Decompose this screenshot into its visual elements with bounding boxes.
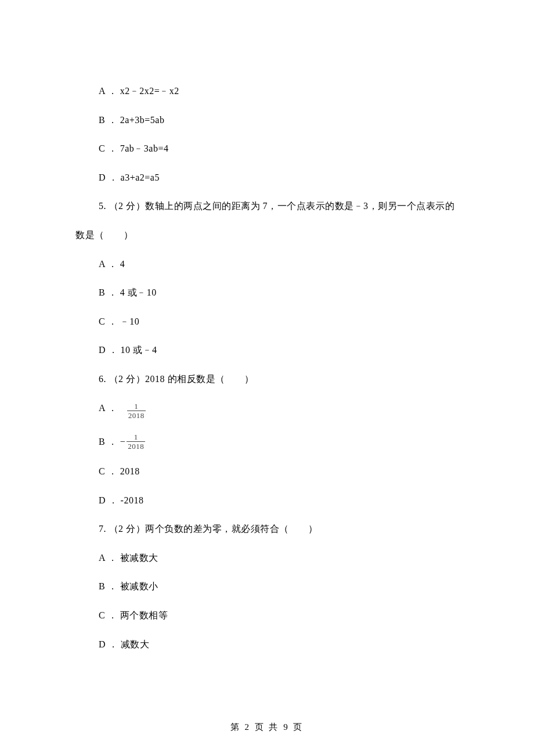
option-label: B ． — [99, 581, 117, 591]
option-label: D ． — [99, 639, 118, 649]
option-label: C ． — [99, 316, 117, 326]
q6-option-a: A ． 1 2018 — [99, 401, 459, 420]
q4-option-a: A ． x2﹣2x2=﹣x2 — [99, 84, 459, 99]
page-footer: 第 2 页 共 9 页 — [0, 722, 534, 733]
fraction-value: 1 2018 — [127, 402, 146, 419]
option-label: D ． — [99, 345, 118, 355]
option-label: B ． — [99, 287, 117, 297]
negative-sign: − — [120, 434, 126, 449]
option-text: 7ab﹣3ab=4 — [120, 143, 169, 153]
option-text: 2a+3b=5ab — [120, 115, 165, 125]
option-text: 4 或﹣10 — [120, 287, 157, 297]
option-text: 减数大 — [121, 639, 150, 649]
q6-stem: 6. （2 分）2018 的相反数是（ ） — [99, 372, 459, 387]
q5-stem-line2: 数是（ ） — [75, 228, 459, 243]
fraction-value: 1 2018 — [127, 433, 145, 450]
option-text: a3+a2=a5 — [121, 172, 160, 182]
fraction-negative: − 1 2018 — [120, 433, 146, 450]
fraction: 1 2018 — [120, 402, 146, 419]
option-label: D ． — [99, 172, 118, 182]
q5-option-b: B ． 4 或﹣10 — [99, 285, 459, 300]
option-text: x2﹣2x2=﹣x2 — [120, 86, 179, 96]
q5-option-d: D ． 10 或﹣4 — [99, 343, 459, 358]
denominator: 2018 — [127, 411, 146, 419]
option-label: C ． — [99, 143, 117, 153]
option-text: 被减数小 — [120, 581, 158, 591]
numerator: 1 — [127, 402, 146, 411]
q5-option-c: C ． ﹣10 — [99, 314, 459, 329]
q6-option-d: D ． -2018 — [99, 493, 459, 508]
q7-option-a: A ． 被减数大 — [99, 550, 459, 566]
option-label: A ． — [99, 86, 117, 96]
q7-stem: 7. （2 分）两个负数的差为零，就必须符合（ ） — [99, 521, 459, 537]
option-label: C ． — [99, 466, 117, 476]
q5-option-a: A ． 4 — [99, 257, 459, 272]
q4-option-c: C ． 7ab﹣3ab=4 — [99, 141, 459, 156]
q7-option-c: C ． 两个数相等 — [99, 608, 459, 623]
page-content: A ． x2﹣2x2=﹣x2 B ． 2a+3b=5ab C ． 7ab﹣3ab… — [0, 0, 534, 700]
q4-option-b: B ． 2a+3b=5ab — [99, 113, 459, 128]
q7-option-b: B ． 被减数小 — [99, 579, 459, 594]
option-text: 4 — [120, 259, 125, 269]
option-label: A ． — [99, 553, 117, 563]
option-label: A ． — [99, 259, 117, 269]
option-text: 被减数大 — [120, 553, 158, 563]
option-label: C ． — [99, 610, 117, 620]
option-label: B ． — [99, 437, 117, 447]
q6-option-b: B ． − 1 2018 — [99, 433, 459, 450]
option-text: 2018 — [120, 466, 140, 476]
q5-stem-line1: 5. （2 分）数轴上的两点之间的距离为 7，一个点表示的数是﹣3，则另一个点表… — [99, 199, 459, 214]
option-text: 两个数相等 — [120, 610, 168, 620]
q6-option-c: C ． 2018 — [99, 464, 459, 479]
option-text: -2018 — [121, 495, 144, 505]
option-text: 10 或﹣4 — [121, 345, 157, 355]
numerator: 1 — [127, 433, 145, 442]
option-label: D ． — [99, 495, 118, 505]
option-text: ﹣10 — [120, 316, 140, 326]
q4-option-d: D ． a3+a2=a5 — [99, 170, 459, 185]
denominator: 2018 — [127, 442, 145, 450]
option-label: B ． — [99, 115, 117, 125]
q7-option-d: D ． 减数大 — [99, 637, 459, 652]
option-label: A ． — [99, 403, 117, 413]
